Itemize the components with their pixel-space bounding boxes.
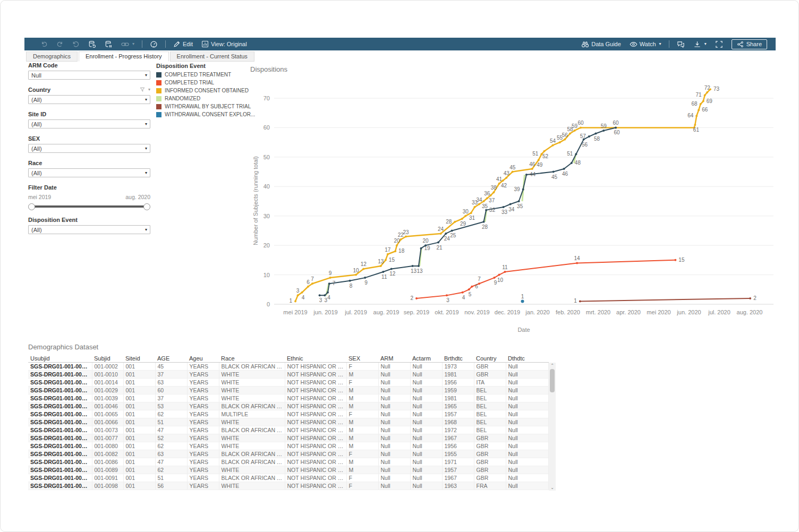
scroll-up-icon[interactable]: ⌃: [549, 363, 556, 368]
data-point[interactable]: [478, 203, 480, 205]
column-header-dthdtc[interactable]: Dthdtc: [506, 355, 548, 363]
table-row[interactable]: SGS-DRG01-001-001-0091001-009100151YEARS…: [28, 474, 548, 482]
data-point[interactable]: [454, 221, 456, 223]
tab-enrollment-current-status[interactable]: Enrollment - Current Status: [170, 52, 254, 62]
data-point[interactable]: [574, 130, 576, 132]
table-scrollbar[interactable]: ⌃ ⌄: [549, 363, 556, 491]
data-point[interactable]: [319, 294, 321, 296]
data-point[interactable]: [483, 221, 485, 223]
table-row[interactable]: SGS-DRG01-001-001-0010001-001000137YEARS…: [28, 371, 548, 379]
tab-enrollment-progress-history[interactable]: Enrollment - Progress History: [79, 52, 169, 62]
data-point[interactable]: [394, 250, 396, 252]
data-point[interactable]: [445, 233, 447, 235]
share-button[interactable]: Share: [732, 39, 767, 49]
download-button[interactable]: ▾: [689, 38, 711, 50]
column-header-subjid[interactable]: Subjid: [92, 355, 123, 363]
data-point[interactable]: [297, 294, 299, 296]
data-point[interactable]: [385, 259, 387, 261]
data-point[interactable]: [702, 100, 704, 102]
data-point[interactable]: [355, 274, 357, 276]
data-point[interactable]: [294, 300, 296, 302]
table-row[interactable]: SGS-DRG01-001-001-0073001-007300147YEARS…: [28, 426, 548, 434]
legend-item[interactable]: INFORMED CONSENT OBTAINED: [156, 87, 246, 95]
legend-item[interactable]: RANDOMIZED: [156, 95, 246, 102]
filter-dropdown[interactable]: (All)▾: [28, 95, 150, 104]
table-row[interactable]: SGS-DRG01-001-001-0089001-008900162YEARS…: [28, 466, 548, 474]
series-withdrawal-consent-explor-[interactable]: 1: [521, 294, 524, 303]
slider-handle-end[interactable]: [143, 203, 150, 210]
data-point[interactable]: [512, 171, 514, 173]
data-point[interactable]: [503, 206, 505, 208]
undo-button[interactable]: [36, 38, 52, 50]
slider-handle-start[interactable]: [28, 203, 35, 210]
table-row[interactable]: SGS-DRG01-001-001-0082001-008200163YEARS…: [28, 450, 548, 458]
funnel-icon[interactable]: [140, 87, 145, 92]
data-point[interactable]: [486, 197, 488, 199]
table-row[interactable]: SGS-DRG01-001-001-0014001-001400163YEARS…: [28, 379, 548, 387]
data-point[interactable]: [328, 282, 330, 285]
data-point[interactable]: [709, 88, 711, 90]
data-point[interactable]: [490, 194, 492, 196]
comments-button[interactable]: [673, 38, 689, 50]
data-point[interactable]: [307, 286, 309, 288]
data-point[interactable]: [364, 277, 366, 279]
data-point[interactable]: [390, 268, 393, 270]
data-point[interactable]: [451, 229, 453, 231]
data-point[interactable]: [483, 200, 485, 202]
data-point[interactable]: [522, 188, 524, 191]
series-line[interactable]: [580, 298, 750, 302]
data-point[interactable]: [498, 183, 500, 185]
data-point[interactable]: [473, 206, 475, 208]
redo-button[interactable]: [52, 38, 68, 50]
data-point[interactable]: [468, 288, 470, 290]
data-point[interactable]: [576, 262, 578, 264]
data-point[interactable]: [493, 277, 495, 279]
column-header-age[interactable]: AGE: [155, 355, 187, 363]
data-point[interactable]: [552, 144, 554, 147]
series-withdrawal-by-subject-trial[interactable]: 12: [574, 295, 756, 304]
column-header-actarm[interactable]: Actarm: [410, 355, 442, 363]
data-point[interactable]: [538, 159, 540, 161]
data-point[interactable]: [509, 203, 512, 205]
watch-button[interactable]: Watch ▾: [625, 38, 666, 50]
data-point[interactable]: [674, 259, 676, 261]
data-point[interactable]: [327, 291, 329, 294]
data-point[interactable]: [580, 126, 582, 128]
data-point[interactable]: [695, 115, 698, 117]
data-point[interactable]: [301, 291, 303, 294]
data-point[interactable]: [694, 124, 696, 126]
revert-button[interactable]: [68, 38, 84, 50]
data-point[interactable]: [387, 253, 389, 255]
data-point[interactable]: [437, 242, 439, 244]
data-point[interactable]: [462, 291, 464, 294]
data-point[interactable]: [420, 247, 422, 250]
column-header-ageu[interactable]: Ageu: [187, 355, 219, 363]
data-point[interactable]: [700, 103, 702, 105]
data-guide-button[interactable]: Data Guide: [577, 38, 625, 50]
data-point[interactable]: [615, 126, 617, 128]
table-row[interactable]: SGS-DRG01-001-001-0046001-004600153YEARS…: [28, 402, 548, 410]
data-point[interactable]: [362, 268, 364, 270]
filter-dropdown[interactable]: (All)▾: [28, 144, 150, 153]
data-point[interactable]: [518, 200, 520, 202]
data-point[interactable]: [602, 130, 605, 132]
table-row[interactable]: SGS-DRG01-001-001-0098001-009800156YEARS…: [28, 482, 548, 490]
data-point[interactable]: [563, 168, 565, 170]
refresh-data-button[interactable]: [84, 38, 100, 50]
scroll-down-icon[interactable]: ⌄: [549, 485, 556, 491]
column-header-race[interactable]: Race: [219, 355, 285, 363]
data-point[interactable]: [380, 265, 382, 267]
data-point[interactable]: [485, 209, 487, 211]
data-point[interactable]: [492, 191, 495, 193]
column-header-ethnic[interactable]: Ethnic: [285, 355, 346, 363]
data-point[interactable]: [311, 282, 313, 285]
filter-dropdown[interactable]: Null▾: [28, 71, 150, 80]
data-point[interactable]: [706, 91, 708, 93]
data-point[interactable]: [594, 133, 597, 135]
column-header-siteid[interactable]: Siteid: [123, 355, 155, 363]
edit-button[interactable]: Edit: [169, 38, 197, 50]
data-point[interactable]: [418, 265, 420, 267]
data-point[interactable]: [505, 177, 507, 179]
filter-dropdown[interactable]: (All)▾: [28, 119, 150, 128]
data-point[interactable]: [478, 282, 480, 285]
